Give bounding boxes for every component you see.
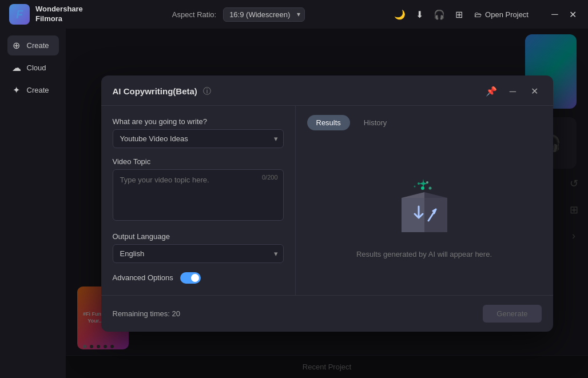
modal-title-right: 📌 ─ ✕	[484, 85, 542, 98]
topic-type-dropdown-wrap[interactable]: Youtube Video Ideas Blog Post Social Med…	[113, 129, 284, 148]
sun-icon[interactable]: 🌙	[394, 9, 406, 20]
sidebar: ⊕ Create ☁ Cloud ✦ Create	[0, 29, 66, 378]
svg-point-5	[421, 186, 424, 190]
sidebar-item-cloud[interactable]: ☁ Cloud	[7, 58, 59, 78]
window-controls: ─ ✕	[549, 9, 579, 20]
output-language-label: Output Language	[113, 232, 284, 241]
video-topic-label: Video Topic	[113, 157, 151, 166]
char-count: 0/200	[262, 174, 278, 181]
aspect-ratio-select[interactable]: 16:9 (Widescreen)	[223, 7, 305, 22]
modal-title-left: AI Copywriting(Beta) ⓘ	[113, 86, 211, 97]
box-illustration	[387, 166, 462, 241]
empty-state: Results generated by AI will appear here…	[307, 140, 542, 286]
what-to-write-group: What are you going to write? Youtube Vid…	[113, 117, 284, 148]
sidebar-item-create[interactable]: ⊕ Create	[7, 35, 59, 55]
language-select[interactable]: English Chinese Spanish French German Ja…	[113, 244, 284, 263]
modal-titlebar: AI Copywriting(Beta) ⓘ 📌 ─ ✕	[101, 75, 553, 106]
what-to-write-label: What are you going to write?	[113, 117, 284, 126]
language-dropdown-wrap[interactable]: English Chinese Spanish French German Ja…	[113, 244, 284, 263]
open-project-button[interactable]: 🗁 Open Project	[474, 10, 529, 19]
aspect-ratio-dropdown-wrap[interactable]: 16:9 (Widescreen)	[223, 7, 305, 22]
title-bar-icons: 🌙 ⬇ 🎧 ⊞	[394, 9, 463, 20]
title-bar-right: 🌙 ⬇ 🎧 ⊞ 🗁 Open Project ─ ✕	[394, 9, 579, 20]
modal-minimize-button[interactable]: ─	[506, 85, 520, 98]
modal-title: AI Copywriting(Beta)	[113, 86, 197, 96]
main-content: ⊕ Create ☁ Cloud ✦ Create 🎧 ↺ ⊞	[0, 29, 588, 378]
video-topic-textarea[interactable]	[113, 169, 284, 221]
svg-marker-2	[424, 192, 447, 198]
video-topic-group: Video Topic 0/200	[113, 157, 284, 223]
tab-history[interactable]: History	[355, 115, 396, 130]
folder-icon: 🗁	[474, 10, 482, 19]
topic-type-select[interactable]: Youtube Video Ideas Blog Post Social Med…	[113, 129, 284, 148]
toggle-knob	[191, 274, 199, 282]
info-icon[interactable]: ⓘ	[203, 86, 211, 97]
advanced-options-label: Advanced Options	[113, 273, 173, 282]
cloud-icon: ☁	[11, 62, 22, 73]
svg-marker-1	[402, 192, 424, 198]
sidebar-item-create2[interactable]: ✦ Create	[7, 80, 59, 100]
advanced-options-toggle[interactable]	[180, 272, 201, 284]
ai-copywriting-modal: AI Copywriting(Beta) ⓘ 📌 ─ ✕	[101, 75, 553, 332]
modal-close-button[interactable]: ✕	[528, 85, 542, 98]
minimize-button[interactable]: ─	[549, 9, 561, 19]
modal-left-panel: What are you going to write? Youtube Vid…	[101, 106, 296, 295]
svg-point-9	[414, 186, 415, 188]
app-name: Wondershare Filmora	[35, 5, 83, 24]
headphone-icon[interactable]: 🎧	[434, 9, 445, 20]
svg-point-8	[428, 187, 431, 190]
pin-icon[interactable]: 📌	[484, 85, 498, 98]
app-shell: F Wondershare Filmora Aspect Ratio: 16:9…	[0, 0, 588, 378]
modal-overlay: AI Copywriting(Beta) ⓘ 📌 ─ ✕	[66, 29, 588, 378]
title-bar: F Wondershare Filmora Aspect Ratio: 16:9…	[0, 0, 588, 29]
video-topic-textarea-wrap: 0/200	[113, 169, 284, 223]
aspect-ratio-label: Aspect Ratio:	[172, 10, 216, 19]
modal-right-panel: Results History	[296, 106, 553, 295]
generate-button[interactable]: Generate	[483, 305, 541, 323]
filmora-logo-icon: F	[16, 8, 23, 21]
svg-point-7	[426, 181, 428, 184]
create-icon: ⊕	[11, 40, 22, 51]
modal-body: What are you going to write? Youtube Vid…	[101, 106, 553, 295]
topic-label-row: Video Topic	[113, 157, 284, 169]
app-brand: F Wondershare Filmora	[9, 4, 83, 25]
aspect-ratio-control: Aspect Ratio: 16:9 (Widescreen)	[172, 7, 305, 22]
download-icon[interactable]: ⬇	[416, 9, 423, 20]
modal-footer: Remaining times: 20 Generate	[101, 295, 553, 332]
content-area: 🎧 ↺ ⊞ › #Fi Funny Share Your... Win...	[66, 29, 588, 378]
app-logo: F	[9, 4, 30, 25]
output-language-group: Output Language English Chinese Spanish …	[113, 232, 284, 263]
sparkle-icon: ✦	[11, 85, 22, 96]
tab-results[interactable]: Results	[307, 115, 350, 130]
svg-rect-4	[424, 198, 447, 232]
remaining-times: Remaining times: 20	[113, 309, 181, 318]
close-button[interactable]: ✕	[567, 9, 579, 20]
layout-icon[interactable]: ⊞	[455, 9, 463, 20]
modal-tabs: Results History	[307, 115, 542, 130]
advanced-options-row: Advanced Options	[113, 272, 284, 284]
empty-state-text: Results generated by AI will appear here…	[356, 250, 492, 258]
